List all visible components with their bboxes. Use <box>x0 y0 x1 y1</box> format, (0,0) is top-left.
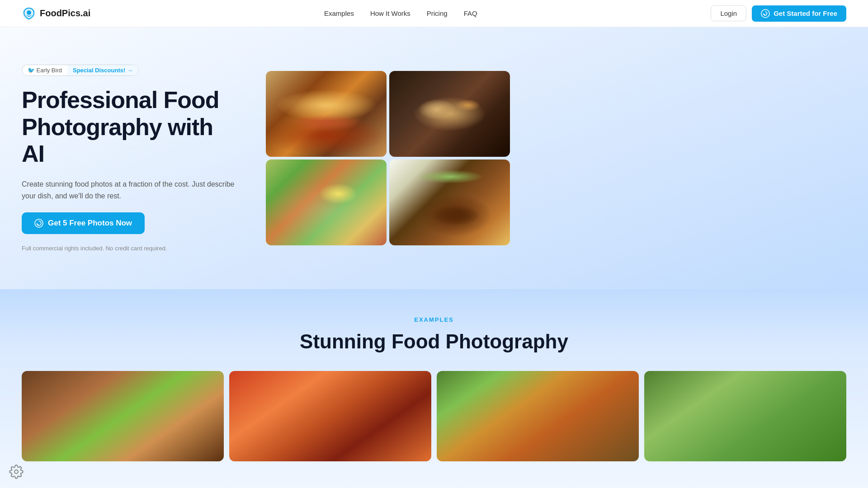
example-card-1 <box>22 371 224 461</box>
cta-nav-label: Get Started for Free <box>774 9 837 17</box>
example-card-4 <box>644 371 846 461</box>
examples-title: Stunning Food Photography <box>22 330 846 353</box>
example-card-3 <box>437 371 639 461</box>
special-discounts-link[interactable]: Special Discounts! → <box>67 65 138 75</box>
food-image-tacos <box>389 71 510 157</box>
get-photos-button[interactable]: Get 5 Free Photos Now <box>22 212 145 234</box>
refresh-icon-hero <box>36 221 42 226</box>
early-bird-badge: 🐦 Early Bird Special Discounts! → <box>22 65 139 76</box>
logo[interactable]: FoodPics.ai <box>22 6 90 21</box>
hero-headline: Professional Food Photography with AI <box>22 87 239 168</box>
nav-actions: Login Get Started for Free <box>711 5 846 22</box>
logo-icon <box>22 6 36 21</box>
nav-examples[interactable]: Examples <box>324 9 354 17</box>
examples-label: EXAMPLES <box>22 316 846 323</box>
settings-icon[interactable] <box>9 465 24 479</box>
logo-text: FoodPics.ai <box>40 8 90 19</box>
nav-how-it-works[interactable]: How It Works <box>370 9 410 17</box>
food-image-steak <box>389 160 510 245</box>
navbar: FoodPics.ai Examples How It Works Pricin… <box>0 0 868 27</box>
hero-fine-print: Full commercial rights included. No cred… <box>22 245 239 252</box>
svg-point-1 <box>27 10 31 15</box>
food-image-burger <box>266 71 387 157</box>
hero-content: 🐦 Early Bird Special Discounts! → Profes… <box>22 65 239 252</box>
get-started-button[interactable]: Get Started for Free <box>752 5 846 22</box>
example-card-2 <box>229 371 431 461</box>
cta-icon <box>761 9 770 18</box>
svg-point-2 <box>14 470 18 474</box>
nav-faq[interactable]: FAQ <box>464 9 477 17</box>
hero-subheadline: Create stunning food photos at a fractio… <box>22 178 239 202</box>
hero-cta-icon <box>34 219 43 228</box>
hero-section: 🐦 Early Bird Special Discounts! → Profes… <box>0 27 868 289</box>
examples-section: EXAMPLES Stunning Food Photography <box>0 289 868 488</box>
early-bird-label: 🐦 Early Bird <box>22 65 67 75</box>
login-button[interactable]: Login <box>711 5 746 21</box>
refresh-icon <box>763 11 768 16</box>
nav-pricing[interactable]: Pricing <box>427 9 448 17</box>
examples-grid <box>22 371 846 461</box>
food-image-salad <box>266 160 387 245</box>
hero-cta-label: Get 5 Free Photos Now <box>48 219 132 228</box>
hero-image-grid <box>266 71 510 245</box>
nav-links: Examples How It Works Pricing FAQ <box>324 9 477 17</box>
